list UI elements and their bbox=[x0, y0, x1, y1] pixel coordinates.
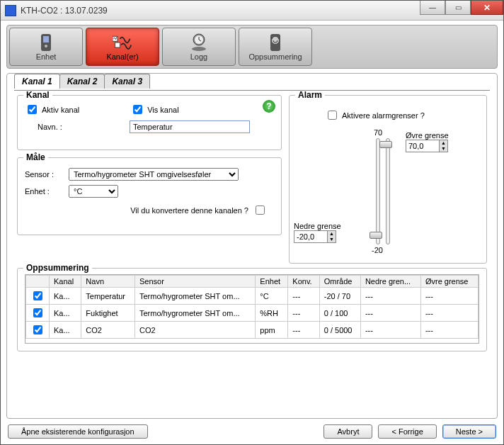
range-slider[interactable] bbox=[367, 138, 389, 244]
aktiv-kanal-checkbox[interactable]: Aktiv kanal bbox=[25, 103, 79, 116]
minimize-icon: — bbox=[429, 4, 436, 11]
navn-label: Navn. : bbox=[25, 123, 67, 131]
alarm-activate-input[interactable] bbox=[328, 111, 337, 120]
upper-limit-spinner[interactable]: ▲▼ bbox=[406, 140, 448, 152]
device-icon bbox=[36, 33, 56, 52]
col-kanal[interactable]: Kanal bbox=[50, 276, 81, 288]
col-nedre[interactable]: Nedre gren... bbox=[360, 276, 420, 288]
footer-buttons: Åpne eksisterende konfigurasjon Avbryt <… bbox=[6, 422, 498, 439]
kanal-group: Kanal ? Aktiv kanal Vis kanal bbox=[17, 95, 282, 150]
main-toolbar: Enhet Kanal(er) Logg Oppsummering bbox=[6, 25, 498, 69]
convert-checkbox[interactable] bbox=[256, 205, 265, 215]
convert-label: Vil du konvertere denne kanalen ? bbox=[130, 206, 248, 215]
tab-kanal-3[interactable]: Kanal 3 bbox=[104, 74, 150, 89]
enhet-label: Enhet : bbox=[25, 187, 64, 196]
vis-kanal-label: Vis kanal bbox=[147, 106, 178, 114]
alarm-activate-checkbox[interactable]: Aktivere alarmgrenser ? bbox=[325, 108, 479, 122]
cancel-button[interactable]: Avbryt bbox=[323, 424, 372, 439]
col-ovre[interactable]: Øvre grense bbox=[420, 276, 478, 288]
app-icon bbox=[5, 5, 16, 16]
enhet-select[interactable]: °C bbox=[69, 185, 118, 198]
channels-icon bbox=[113, 33, 132, 52]
svg-rect-4 bbox=[115, 43, 120, 47]
back-button[interactable]: < Forrige bbox=[378, 424, 436, 439]
upper-tick-label: 70 bbox=[374, 128, 382, 137]
row-checkbox[interactable] bbox=[33, 308, 42, 317]
slider-track-left bbox=[376, 138, 380, 244]
alarm-activate-label: Aktivere alarmgrenser ? bbox=[342, 111, 425, 120]
tab-strip: Kanal 1 Kanal 2 Kanal 3 bbox=[14, 74, 490, 89]
tab-body: Kanal ? Aktiv kanal Vis kanal bbox=[14, 90, 490, 411]
summary-group: Oppsummering Kanal Navn Sensor Enhet bbox=[17, 268, 487, 351]
sensor-select[interactable]: Termo/hygrometer SHT omgivelsesføler bbox=[69, 168, 239, 181]
table-row[interactable]: Ka... Fuktighet Termo/hygrometer SHT om.… bbox=[26, 305, 479, 322]
lower-limit-spinner[interactable]: ▲▼ bbox=[294, 230, 336, 243]
kanal-legend: Kanal bbox=[23, 90, 52, 100]
titlebar: KTH-CO2 : 13.07.0239 — ▭ ✕ bbox=[1, 1, 503, 21]
toolbar-enhet[interactable]: Enhet bbox=[9, 28, 83, 66]
maale-group: Måle Sensor : Termo/hygrometer SHT omgiv… bbox=[17, 157, 282, 235]
vis-kanal-input[interactable] bbox=[133, 105, 142, 114]
col-omrade[interactable]: Område bbox=[319, 276, 360, 288]
summary-table: Kanal Navn Sensor Enhet Konv. Område Ned… bbox=[25, 275, 479, 339]
next-button[interactable]: Neste > bbox=[442, 424, 496, 439]
row-checkbox[interactable] bbox=[33, 325, 42, 334]
slider-thumb-lower[interactable] bbox=[370, 232, 382, 239]
spin-down-icon[interactable]: ▼ bbox=[439, 146, 447, 152]
maximize-button[interactable]: ▭ bbox=[445, 1, 471, 15]
summary-legend: Oppsummering bbox=[23, 263, 92, 273]
table-row[interactable]: Ka... CO2 CO2 ppm --- 0 / 5000 --- --- bbox=[26, 322, 479, 339]
open-config-button[interactable]: Åpne eksisterende konfigurasjon bbox=[8, 424, 148, 439]
slider-thumb-upper[interactable] bbox=[379, 141, 392, 148]
lower-limit-label: Nedre grense bbox=[294, 222, 341, 230]
svg-point-2 bbox=[45, 45, 47, 47]
table-row[interactable]: Ka... Temperatur Termo/hygrometer SHT om… bbox=[26, 288, 479, 305]
spin-down-icon[interactable]: ▼ bbox=[327, 237, 336, 242]
summary-table-wrap: Kanal Navn Sensor Enhet Konv. Område Ned… bbox=[25, 274, 479, 344]
col-enhet[interactable]: Enhet bbox=[256, 276, 288, 288]
sensor-label: Sensor : bbox=[25, 170, 64, 179]
help-icon[interactable]: ? bbox=[263, 100, 275, 113]
tab-kanal-1[interactable]: Kanal 1 bbox=[14, 74, 60, 89]
toolbar-oppsummering[interactable]: Oppsummering bbox=[239, 28, 312, 66]
vis-kanal-checkbox[interactable]: Vis kanal bbox=[130, 103, 178, 116]
svg-rect-1 bbox=[43, 36, 49, 43]
toolbar-label: Enhet bbox=[36, 52, 57, 61]
aktiv-kanal-input[interactable] bbox=[28, 105, 37, 114]
lower-tick-label: -20 bbox=[372, 246, 383, 254]
tab-container: Kanal 1 Kanal 2 Kanal 3 Kanal ? Aktiv bbox=[6, 73, 498, 419]
toolbar-kanaler[interactable]: Kanal(er) bbox=[86, 28, 159, 66]
lower-limit-input[interactable] bbox=[294, 231, 327, 242]
toolbar-label: Kanal(er) bbox=[106, 52, 138, 61]
tab-kanal-2[interactable]: Kanal 2 bbox=[59, 74, 105, 89]
toolbar-logg[interactable]: Logg bbox=[162, 28, 236, 66]
window-title: KTH-CO2 : 13.07.0239 bbox=[21, 6, 108, 16]
col-sensor[interactable]: Sensor bbox=[134, 276, 255, 288]
spin-up-icon[interactable]: ▲ bbox=[327, 231, 336, 237]
alarm-legend: Alarm bbox=[295, 90, 325, 100]
spin-up-icon[interactable]: ▲ bbox=[439, 140, 447, 146]
aktiv-kanal-label: Aktiv kanal bbox=[42, 106, 79, 114]
col-konv[interactable]: Konv. bbox=[288, 276, 319, 288]
summary-icon bbox=[265, 33, 285, 52]
close-button[interactable]: ✕ bbox=[471, 1, 503, 15]
upper-limit-label: Øvre grense bbox=[406, 131, 449, 140]
col-navn[interactable]: Navn bbox=[81, 276, 135, 288]
upper-limit-input[interactable] bbox=[406, 140, 439, 152]
app-window: KTH-CO2 : 13.07.0239 — ▭ ✕ Enhet Kanal(e… bbox=[0, 0, 504, 445]
slider-track-right bbox=[386, 138, 390, 244]
navn-input[interactable] bbox=[130, 120, 250, 133]
svg-point-7 bbox=[192, 47, 206, 51]
toolbar-label: Oppsummering bbox=[248, 52, 302, 61]
maximize-icon: ▭ bbox=[455, 4, 462, 11]
minimize-button[interactable]: — bbox=[420, 1, 445, 15]
maale-legend: Måle bbox=[23, 152, 48, 162]
row-checkbox[interactable] bbox=[33, 291, 42, 300]
close-icon: ✕ bbox=[483, 3, 491, 13]
alarm-group: Alarm Aktivere alarmgrenser ? 70 Øvre gr… bbox=[289, 95, 487, 264]
toolbar-label: Logg bbox=[190, 52, 207, 61]
log-icon bbox=[189, 33, 209, 52]
